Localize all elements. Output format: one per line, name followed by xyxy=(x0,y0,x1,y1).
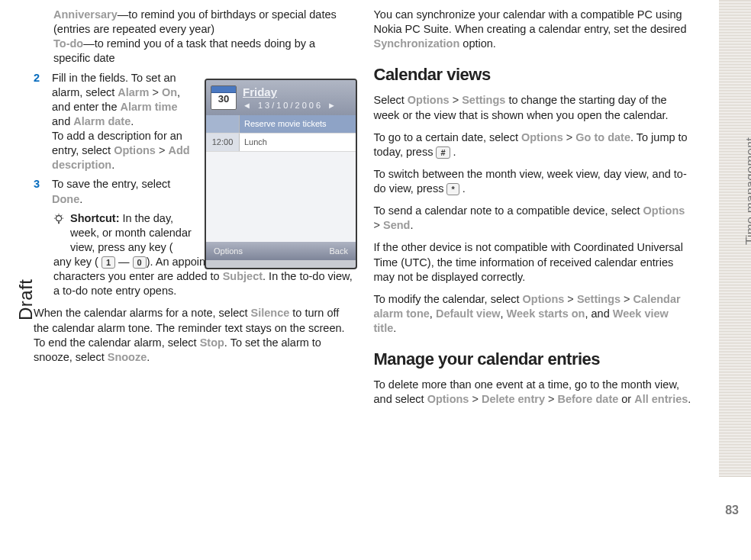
alarm-paragraph: When the calendar alarms for a note, sel… xyxy=(34,306,354,365)
softkey-left: Options xyxy=(214,246,243,257)
alarm-p1: When the calendar alarms for a note, sel… xyxy=(34,307,251,319)
phone-row-2: 12:00 Lunch xyxy=(206,134,356,152)
page-number: 83 xyxy=(725,504,739,517)
default-view-term: Default view xyxy=(436,307,501,320)
phone-row2-text: Lunch xyxy=(240,137,272,148)
sync-paragraph: You can synchronize your calendar with a… xyxy=(374,8,695,51)
alarm-term: Alarm xyxy=(118,86,149,98)
sync-p1: You can synchronize your calendar with a… xyxy=(374,8,687,35)
svg-point-0 xyxy=(56,215,62,220)
step3-text-a: To save the entry, select xyxy=(52,178,170,190)
utc-para: If the other device is not compatible wi… xyxy=(374,240,695,284)
settings-term: Settings xyxy=(462,94,505,106)
phone-row2-time: 12:00 xyxy=(206,134,240,151)
or-word: or xyxy=(618,393,634,405)
switch-para: To switch between the month view, week v… xyxy=(374,167,695,196)
options-term-2: Options xyxy=(408,94,450,106)
gt-sep: > xyxy=(149,86,162,98)
views-p1: Select Options > Settings to change the … xyxy=(374,93,695,122)
options-term-5: Options xyxy=(523,293,565,305)
on-term: On xyxy=(162,86,177,98)
anniversary-term: Anniversary xyxy=(53,8,118,21)
right-column: You can synchronize your calendar with a… xyxy=(374,8,695,488)
silence-term: Silence xyxy=(251,307,290,319)
gt-sep-6: > xyxy=(564,293,577,305)
phone-empty-area xyxy=(206,152,356,242)
left-column: Anniversary—to remind you of birthdays o… xyxy=(34,8,354,488)
alarm-date-term: Alarm date xyxy=(73,115,131,127)
options-term-4: Options xyxy=(643,204,685,217)
key-0: 0 xyxy=(133,256,147,269)
switch-p1b: . xyxy=(459,182,466,195)
sync-p2: option. xyxy=(459,37,496,50)
side-section-label: Time management xyxy=(743,137,751,245)
period-3: . xyxy=(79,193,82,205)
phone-date-line: ◄ 13/10/2006 ► xyxy=(243,100,338,111)
softkey-right: Back xyxy=(330,246,348,257)
shortcut-cont: any key ( xyxy=(53,256,98,268)
gt-sep-2: > xyxy=(156,144,169,156)
calendar-icon: 30 xyxy=(211,85,237,110)
comma-1: , xyxy=(430,307,436,320)
settings-term-2: Settings xyxy=(577,293,620,305)
goto-p1c: . xyxy=(450,146,456,158)
phone-row-selected: Reserve movie tickets xyxy=(206,115,356,134)
gt-sep-7: > xyxy=(620,293,633,305)
period-1: . xyxy=(131,115,134,127)
options-term-1: Options xyxy=(114,144,156,156)
delete-para: To delete more than one event at a time,… xyxy=(374,378,695,407)
goto-para: To go to a certain date, select Options … xyxy=(374,130,695,159)
tip-icon xyxy=(53,214,64,224)
phone-screenshot: 30 Friday ◄ 13/10/2006 ► Reserve movie t… xyxy=(205,79,357,269)
key-1: 1 xyxy=(102,256,115,269)
delete-entry-term: Delete entry xyxy=(482,393,545,405)
gt-sep-5: > xyxy=(374,219,384,231)
gt-sep-3: > xyxy=(450,94,463,106)
synchronization-term: Synchronization xyxy=(374,37,460,50)
hash-key: # xyxy=(436,146,450,159)
gt-sep-4: > xyxy=(563,131,576,143)
all-entries-term: All entries xyxy=(634,393,688,405)
period-4: . xyxy=(147,351,150,363)
heading-manage-entries: Manage your calendar entries xyxy=(374,348,695,370)
done-term: Done xyxy=(52,193,79,205)
period-5: . xyxy=(410,219,413,231)
star-key: * xyxy=(446,183,459,195)
snooze-term: Snooze xyxy=(108,351,147,363)
alarm-time-term: Alarm time xyxy=(121,101,178,113)
switch-p1a: To switch between the month view, week v… xyxy=(374,168,687,195)
anniversary-line: Anniversary—to remind you of birthdays o… xyxy=(34,8,354,66)
phone-header: 30 Friday ◄ 13/10/2006 ► xyxy=(206,80,356,115)
shortcut-label: Shortcut: xyxy=(70,212,119,224)
before-date-term: Before date xyxy=(558,393,619,405)
svg-line-6 xyxy=(61,215,62,216)
options-term-3: Options xyxy=(521,131,563,143)
phone-row1-time xyxy=(206,115,240,133)
options-term-6: Options xyxy=(427,393,469,405)
side-tab-pattern xyxy=(719,0,751,507)
phone-row1-text: Reserve movie tickets xyxy=(240,118,331,130)
week-starts-term: Week starts on xyxy=(507,307,585,320)
goto-date-term: Go to date xyxy=(575,131,630,143)
todo-desc: —to remind you of a task that needs doin… xyxy=(53,37,315,64)
todo-term: To-do xyxy=(53,37,83,50)
dash: — xyxy=(115,256,133,268)
phone-day-name: Friday xyxy=(243,85,338,100)
goto-p1a: To go to a certain date, select xyxy=(374,131,521,143)
period-7: . xyxy=(688,393,691,405)
send-para: To send a calendar note to a compatible … xyxy=(374,204,695,233)
and-word-2: , and xyxy=(585,307,612,320)
send-term: Send xyxy=(383,219,410,231)
step-3-number: 3 xyxy=(34,177,49,191)
period-2: . xyxy=(111,159,114,171)
modify-para: To modify the calendar, select Options >… xyxy=(374,292,695,336)
heading-calendar-views: Calendar views xyxy=(374,63,695,85)
phone-softkeys: Options Back xyxy=(206,242,356,260)
modify-p1a: To modify the calendar, select xyxy=(374,293,523,305)
subject-term: Subject xyxy=(223,270,263,282)
and-word: and xyxy=(52,115,73,127)
svg-line-5 xyxy=(56,215,56,216)
send-p1a: To send a calendar note to a compatible … xyxy=(374,204,643,217)
period-6: . xyxy=(393,322,396,334)
comma-2: , xyxy=(501,307,507,320)
